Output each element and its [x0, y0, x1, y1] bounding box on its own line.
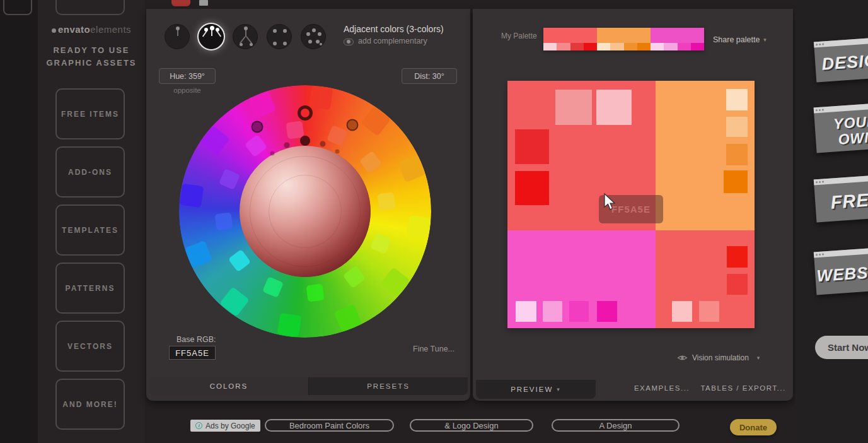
chevron-down-icon: ▾: [757, 355, 760, 361]
ads-by-google-chip[interactable]: iAds by Google: [190, 420, 260, 432]
preview-swatch[interactable]: [569, 301, 589, 322]
palette-sub-swatch[interactable]: [664, 43, 677, 50]
tab-presets[interactable]: PRESETS: [308, 377, 468, 395]
add-complementary-label: add complementary: [358, 37, 427, 45]
preview-swatch[interactable]: [727, 246, 748, 268]
scheme-title: Adjacent colors (3-colors): [344, 24, 444, 34]
sidebar-item-add-ons[interactable]: ADD-ONS: [55, 146, 125, 198]
footer-ad-link-a-design[interactable]: A Design: [552, 419, 680, 432]
share-palette-label: Share palette: [713, 35, 760, 44]
tab-preview-label: PREVIEW: [511, 386, 553, 393]
preview-quadrant-bottom-left[interactable]: [507, 230, 656, 328]
scheme-mode-freestyle-icon[interactable]: [301, 24, 326, 49]
preview-swatch[interactable]: [672, 301, 692, 322]
top-cropped-element: [199, 0, 208, 6]
donate-button[interactable]: Donate: [730, 419, 777, 435]
promo-banner-design[interactable]: DESIGN: [814, 37, 868, 83]
preview-swatch[interactable]: [597, 301, 617, 322]
footer-ad-link-bedroom-paint-colors[interactable]: Bedroom Paint Colors: [265, 419, 394, 432]
vision-simulation-label: Vision simulation: [692, 353, 749, 362]
promo-banner-website[interactable]: WEBSITE: [814, 247, 868, 295]
right-tab-bar: PREVIEW▾ EXAMPLES... TABLES / EXPORT...: [476, 380, 793, 399]
preview-swatch[interactable]: [515, 129, 549, 164]
base-rgb-input[interactable]: [169, 346, 216, 360]
preview-swatch[interactable]: [515, 171, 549, 205]
palette-main-swatch[interactable]: [651, 28, 704, 43]
color-wheel[interactable]: [179, 85, 431, 338]
wheel-marker[interactable]: [347, 119, 359, 131]
palette-sub-swatch[interactable]: [651, 43, 664, 50]
palette-sub-swatch[interactable]: [557, 43, 570, 50]
palette-main-swatch[interactable]: [543, 28, 597, 43]
tab-preview[interactable]: PREVIEW▾: [476, 380, 596, 399]
palette-sub-swatch[interactable]: [691, 43, 704, 50]
hue-blob: [180, 183, 204, 207]
preview-swatch[interactable]: [699, 301, 719, 322]
scheme-mode-triad-icon[interactable]: [233, 24, 258, 49]
scheme-mode-mono-icon[interactable]: [165, 24, 190, 49]
preview-swatch[interactable]: [727, 274, 748, 295]
wheel-marker[interactable]: [300, 136, 310, 146]
hue-blob: [214, 212, 233, 230]
wheel-marker[interactable]: [252, 121, 263, 133]
preview-swatch[interactable]: [596, 90, 632, 125]
preview-swatch[interactable]: [726, 89, 748, 110]
palette-sub-swatch[interactable]: [597, 43, 610, 50]
banner-label: DESIGN: [814, 42, 868, 83]
preview-quadrant-bottom-right[interactable]: [656, 230, 755, 328]
preview-quadrant-top-right[interactable]: [656, 81, 755, 230]
right-promo-column: DESIGNYOUR OWNFREEWEBSITE: [796, 0, 868, 443]
palette-sub-swatch[interactable]: [678, 43, 691, 50]
palette-sub-swatch[interactable]: [543, 43, 557, 50]
palette-group-2: [597, 28, 651, 50]
distance-button[interactable]: Dist: 30°: [402, 68, 457, 84]
preview-swatch[interactable]: [516, 301, 536, 322]
palette-sub-swatch[interactable]: [570, 43, 584, 50]
preview-swatch[interactable]: [555, 90, 592, 125]
sidebar-item-templates[interactable]: TEMPLATES: [55, 204, 125, 256]
scheme-mode-tetrad-icon[interactable]: [267, 24, 292, 49]
footer-ad-link-logo-design[interactable]: & Logo Design: [410, 419, 533, 432]
info-icon: i: [195, 422, 202, 429]
base-rgb-label: Base RGB:: [176, 335, 216, 344]
preview-swatch[interactable]: [726, 117, 748, 137]
share-palette-button[interactable]: Share palette▾: [713, 35, 767, 44]
palette-main-swatch[interactable]: [597, 28, 651, 43]
wheel-marker[interactable]: [335, 150, 340, 154]
palette-group-3: [651, 28, 704, 50]
scheme-preview[interactable]: FF5A5E: [507, 81, 755, 328]
vision-simulation-button[interactable]: Vision simulation ▾: [677, 353, 760, 362]
palette-sub-swatch[interactable]: [584, 43, 597, 50]
banner-label: WEBSITE: [814, 252, 868, 295]
wheel-marker[interactable]: [298, 105, 313, 121]
hue-button[interactable]: Hue: 359°: [159, 68, 216, 84]
tab-colors[interactable]: COLORS: [149, 377, 308, 395]
palette-sub-swatch[interactable]: [624, 43, 637, 50]
start-now-button[interactable]: Start Now: [815, 336, 868, 359]
sidebar-item-and-more[interactable]: AND MORE!: [55, 379, 125, 430]
sidebar-item-free-items[interactable]: FREE ITEMS: [55, 88, 125, 139]
wheel-marker[interactable]: [270, 151, 275, 156]
preview-swatch[interactable]: [724, 170, 748, 193]
fine-tune-link[interactable]: Fine Tune...: [413, 345, 454, 353]
sidebar-item-vectors[interactable]: VECTORS: [55, 321, 125, 372]
palette-sub-swatch[interactable]: [610, 43, 623, 50]
my-palette-strip[interactable]: [543, 28, 704, 50]
preview-swatch[interactable]: [726, 144, 748, 165]
preview-swatch[interactable]: [543, 301, 562, 322]
guide-circle: [250, 156, 361, 267]
hue-blob: [309, 86, 333, 110]
tab-tables-export[interactable]: TABLES / EXPORT...: [693, 384, 793, 392]
promo-sidebar: envatoelements READY TO USE GRAPHIC ASSE…: [38, 0, 145, 443]
scheme-mode-adjacent-icon[interactable]: [199, 24, 224, 49]
wheel-marker[interactable]: [284, 143, 290, 148]
promo-banner-free[interactable]: FREE: [814, 174, 868, 223]
palette-sub-swatch[interactable]: [637, 43, 651, 50]
sidebar-item-patterns[interactable]: PATTERNS: [55, 263, 125, 314]
ads-chip-label: Ads by Google: [205, 422, 255, 430]
envato-logo[interactable]: envatoelements: [38, 24, 145, 35]
banner-label: FREE: [814, 180, 868, 223]
hue-blob: [306, 284, 324, 302]
wheel-marker[interactable]: [320, 141, 326, 147]
promo-banner-your-own[interactable]: YOUR OWN: [814, 102, 868, 153]
